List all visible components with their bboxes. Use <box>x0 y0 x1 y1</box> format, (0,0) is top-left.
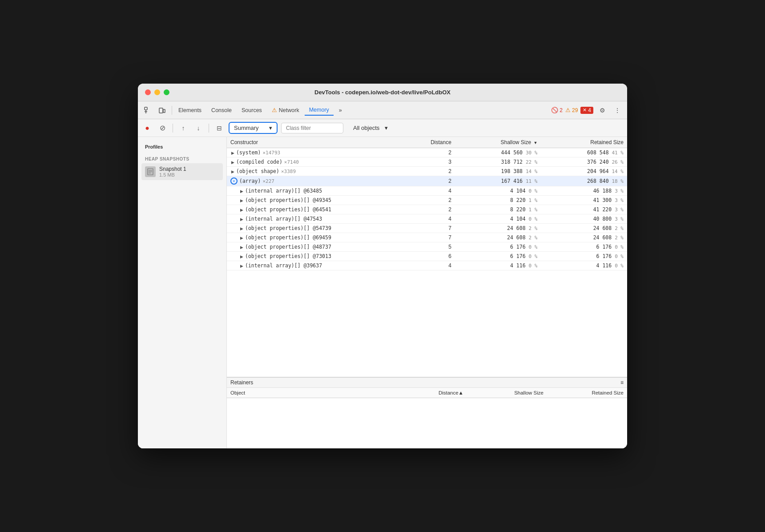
cell-shallow: 4 104 0 % <box>455 186 541 196</box>
error-badge: 🚫 2 <box>551 107 563 113</box>
expand-button[interactable]: ▶ <box>239 245 244 250</box>
expand-button[interactable]: ▶ <box>239 189 244 193</box>
summary-dropdown-icon: ▾ <box>269 125 272 131</box>
ret-col-shallow[interactable]: Shallow Size <box>467 388 547 398</box>
all-objects-dropdown-icon: ▾ <box>385 125 388 131</box>
cell-retained: 41 220 3 % <box>541 205 627 214</box>
sidebar: Profiles HEAP SNAPSHOTS Snapshot 1 1.5 M <box>138 137 227 448</box>
table-row[interactable]: ▶(object properties)[] @49345 2 8 220 1 … <box>227 196 627 205</box>
upload-button[interactable]: ↑ <box>177 122 189 134</box>
table-row[interactable]: ▶(internal array)[] @63485 4 4 104 0 % 4… <box>227 186 627 196</box>
table-row[interactable]: ▶(object shape)×3389 2 198 388 14 % 204 … <box>227 167 627 176</box>
record-button[interactable]: ● <box>141 122 153 134</box>
cell-retained: 204 964 14 % <box>541 167 627 176</box>
cell-retained: 46 188 3 % <box>541 186 627 196</box>
settings-icon[interactable]: ⚙ <box>596 104 608 117</box>
tab-more[interactable]: » <box>334 105 346 115</box>
summary-label: Summary <box>234 125 259 131</box>
retainers-table-area[interactable]: Object Distance▲ Shallow Size Retained S… <box>227 388 627 448</box>
summary-dropdown[interactable]: Summary ▾ <box>229 122 278 134</box>
snapshot-item[interactable]: Snapshot 1 1.5 MB <box>141 163 223 180</box>
snapshot-info: Snapshot 1 1.5 MB <box>159 166 186 177</box>
main-toolbar: Elements Console Sources ⚠ Network Memor… <box>138 101 627 119</box>
cell-constructor: ▶(object properties)[] @49345 <box>227 196 420 205</box>
tab-network[interactable]: ⚠ Network <box>267 105 304 115</box>
col-header-constructor[interactable]: Constructor <box>227 137 420 148</box>
svg-rect-4 <box>163 109 165 113</box>
cell-constructor: ▶(internal array)[] @63485 <box>227 186 420 196</box>
svg-rect-3 <box>159 108 163 113</box>
class-filter-input[interactable] <box>281 123 343 133</box>
table-row[interactable]: ▾(array)×227 2 167 416 11 % 268 840 18 % <box>227 176 627 186</box>
cell-shallow: 4 104 0 % <box>455 214 541 224</box>
expand-button[interactable]: ▶ <box>239 217 244 222</box>
network-warning-icon: ⚠ <box>272 107 277 113</box>
table-row[interactable]: ▶(object properties)[] @73013 6 6 176 0 … <box>227 252 627 261</box>
tab-memory[interactable]: Memory <box>305 105 334 116</box>
separator-1 <box>173 124 173 133</box>
table-row[interactable]: ▶(object properties)[] @69459 7 24 608 2… <box>227 233 627 242</box>
filter-button[interactable]: ⊟ <box>213 122 225 134</box>
expand-button[interactable]: ▶ <box>239 254 244 259</box>
traffic-lights <box>145 89 169 95</box>
table-row[interactable]: ▶(object properties)[] @64541 2 8 220 1 … <box>227 205 627 214</box>
retainers-menu-icon[interactable]: ≡ <box>620 379 624 386</box>
col-header-shallow[interactable]: Shallow Size ▼ <box>455 137 541 148</box>
col-header-retained[interactable]: Retained Size <box>541 137 627 148</box>
all-objects-dropdown[interactable]: All objects ▾ <box>349 123 392 133</box>
inspector-icon[interactable] <box>141 104 154 117</box>
expand-button[interactable]: ▶ <box>239 236 244 240</box>
heap-snapshots-heading: HEAP SNAPSHOTS <box>141 153 223 163</box>
clear-button[interactable]: ⊘ <box>157 122 168 134</box>
device-toggle-icon[interactable] <box>156 104 168 117</box>
cell-retained: 40 800 3 % <box>541 214 627 224</box>
expand-button[interactable]: ▶ <box>239 264 244 268</box>
retainers-table: Object Distance▲ Shallow Size Retained S… <box>227 388 627 398</box>
ret-col-retained[interactable]: Retained Size <box>547 388 627 398</box>
table-row[interactable]: ▶(system)×14793 2 444 560 30 % 608 548 4… <box>227 148 627 157</box>
table-row[interactable]: ▶(internal array)[] @47543 4 4 104 0 % 4… <box>227 214 627 224</box>
expand-button[interactable]: ▶ <box>239 208 244 212</box>
cell-distance: 4 <box>420 261 455 270</box>
cell-retained: 6 176 0 % <box>541 242 627 252</box>
heap-table[interactable]: Constructor Distance Shallow Size ▼ Reta… <box>227 137 627 377</box>
memory-toolbar: ● ⊘ ↑ ↓ ⊟ Summary ▾ All objects ▾ <box>138 119 627 137</box>
row-count: ×7140 <box>284 159 299 165</box>
svg-rect-0 <box>145 107 147 110</box>
cell-shallow: 6 176 0 % <box>455 242 541 252</box>
table-row[interactable]: ▶(object properties)[] @54739 7 24 608 2… <box>227 224 627 233</box>
cell-shallow: 24 608 2 % <box>455 233 541 242</box>
expand-button[interactable]: ▶ <box>230 151 235 155</box>
devtools-body: Elements Console Sources ⚠ Network Memor… <box>138 101 627 448</box>
info-badge: ✕ 4 <box>580 107 593 114</box>
download-button[interactable]: ↓ <box>193 122 204 134</box>
cell-distance: 2 <box>420 176 455 186</box>
col-header-distance[interactable]: Distance <box>420 137 455 148</box>
cell-constructor: ▶(object properties)[] @64541 <box>227 205 420 214</box>
maximize-button[interactable] <box>164 89 169 95</box>
expand-button[interactable]: ▶ <box>239 198 244 203</box>
table-row[interactable]: ▶(internal array)[] @39637 4 4 116 0 % 4… <box>227 261 627 270</box>
table-row[interactable]: ▶(object properties)[] @48737 5 6 176 0 … <box>227 242 627 252</box>
more-options-icon[interactable]: ⋮ <box>611 104 624 117</box>
minimize-button[interactable] <box>154 89 160 95</box>
row-count: ×227 <box>262 178 274 184</box>
cell-distance: 2 <box>420 196 455 205</box>
table-row[interactable]: ▶(compiled code)×7140 3 318 712 22 % 376… <box>227 157 627 167</box>
tab-elements[interactable]: Elements <box>174 105 206 115</box>
cell-distance: 2 <box>420 167 455 176</box>
cell-distance: 4 <box>420 214 455 224</box>
expand-button[interactable]: ▶ <box>239 226 244 231</box>
tab-console[interactable]: Console <box>207 105 236 115</box>
profiles-heading: Profiles <box>141 142 223 151</box>
error-icon: 🚫 <box>551 107 558 113</box>
ret-col-object[interactable]: Object <box>227 388 407 398</box>
cell-distance: 3 <box>420 157 455 167</box>
expand-button[interactable]: ▶ <box>230 169 235 174</box>
cell-shallow: 24 608 2 % <box>455 224 541 233</box>
tab-sources[interactable]: Sources <box>237 105 266 115</box>
ret-col-distance[interactable]: Distance▲ <box>407 388 467 398</box>
expand-button[interactable]: ▶ <box>230 160 235 165</box>
close-button[interactable] <box>145 89 151 95</box>
cell-constructor: ▶(compiled code)×7140 <box>227 157 420 167</box>
